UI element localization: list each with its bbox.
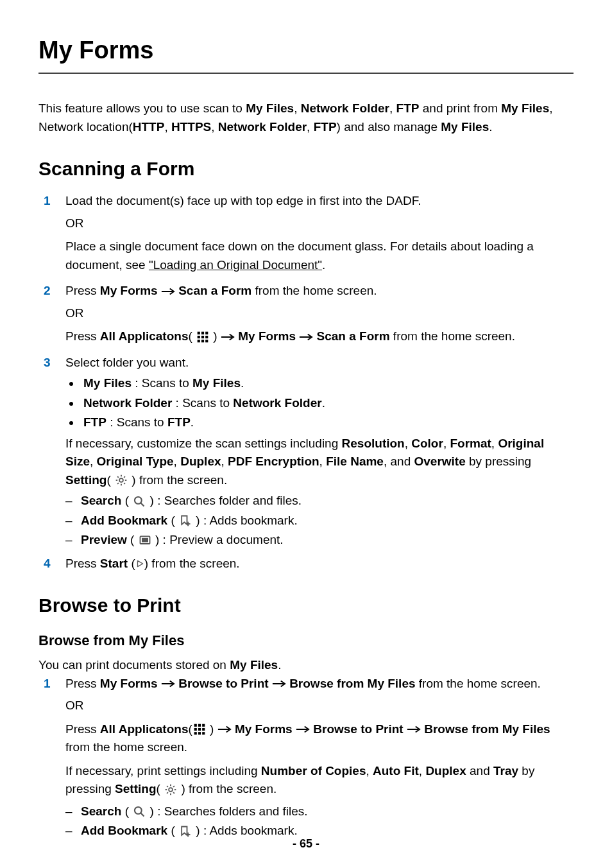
arrow-right-icon <box>299 331 313 343</box>
preview-icon <box>138 534 152 547</box>
step-text: Select folder you want. <box>65 354 574 372</box>
scanning-heading: Scanning a Form <box>38 154 574 183</box>
scan-step-1: 1 Load the document(s) face up with top … <box>38 192 574 278</box>
or-text: OR <box>65 304 574 323</box>
dash-bookmark: Add Bookmark ( ) : Adds bookmark. <box>65 512 574 530</box>
arrow-right-icon <box>161 285 175 298</box>
arrow-right-icon <box>161 677 175 690</box>
step-text-alt: Press All Applicatons( ) My Forms Scan a… <box>65 327 574 346</box>
dash-search: Search ( ) : Searches folder and files. <box>65 492 574 510</box>
browse-step-1: 1 Press My Forms Browse to Print Browse … <box>38 675 574 842</box>
gear-icon <box>114 474 128 487</box>
step-number: 1 <box>38 675 65 693</box>
intro-paragraph: This feature allows you to use scan to M… <box>38 100 574 136</box>
arrow-right-icon <box>296 723 310 736</box>
step-text-alt: Place a single document face down on the… <box>65 238 574 274</box>
scan-step-2: 2 Press My Forms Scan a Form from the ho… <box>38 282 574 350</box>
search-icon <box>132 495 146 508</box>
scan-step-4: 4 Press Start () from the screen. <box>38 555 574 573</box>
page-number: - 65 - <box>0 835 612 853</box>
arrow-right-icon <box>221 331 235 343</box>
step-number: 2 <box>38 282 65 300</box>
bookmark-add-icon <box>178 514 192 527</box>
dash-preview: Preview ( ) : Preview a document. <box>65 531 574 550</box>
scan-step-3: 3 Select folder you want. My Files : Sca… <box>38 354 574 551</box>
or-text: OR <box>65 214 574 233</box>
step-text: Press My Forms Scan a Form from the home… <box>65 282 574 300</box>
arrow-right-icon <box>272 677 286 690</box>
apps-grid-icon <box>196 331 210 343</box>
step-number: 3 <box>38 354 65 372</box>
bullet-ftp: FTP : Scans to FTP. <box>81 413 574 432</box>
bullet-network-folder: Network Folder : Scans to Network Folder… <box>81 394 574 413</box>
step-text: Load the document(s) face up with top ed… <box>65 192 574 211</box>
arrow-right-icon <box>217 723 232 736</box>
step-number: 1 <box>38 192 65 211</box>
arrow-right-icon <box>407 723 421 736</box>
play-icon <box>135 559 144 568</box>
or-text: OR <box>65 697 574 715</box>
apps-grid-icon <box>192 723 207 736</box>
step-number: 4 <box>38 555 65 573</box>
browse-subheading: Browse from My Files <box>38 630 574 651</box>
loading-document-link[interactable]: "Loading an Original Document" <box>149 258 322 272</box>
step-text: Press Start () from the screen. <box>65 555 574 573</box>
browse-heading: Browse to Print <box>38 591 574 620</box>
customize-text: If necessary, customize the scan setting… <box>65 435 574 490</box>
search-icon <box>132 805 146 818</box>
browse-intro: You can print documents stored on My Fil… <box>38 656 574 675</box>
print-settings-text: If necessary, print settings including N… <box>65 762 574 799</box>
dash-search: Search ( ) : Searches folders and files. <box>65 803 574 821</box>
page-title: My Forms <box>38 32 574 74</box>
step-text-alt: Press All Applicatons( ) My Forms Browse… <box>65 720 574 757</box>
gear-icon <box>164 783 178 796</box>
bullet-my-files: My Files : Scans to My Files. <box>81 374 574 393</box>
step-text: Press My Forms Browse to Print Browse fr… <box>65 675 574 693</box>
